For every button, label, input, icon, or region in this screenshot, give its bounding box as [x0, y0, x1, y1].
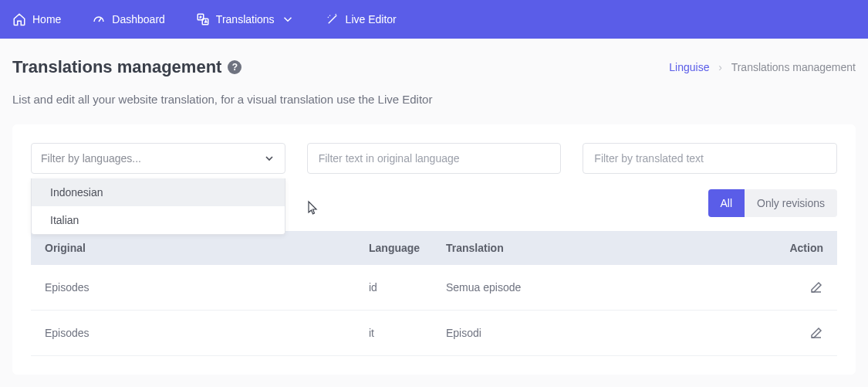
cell-action	[769, 280, 823, 294]
page-subtitle: List and edit all your website translati…	[12, 93, 856, 106]
translate-icon	[196, 12, 210, 26]
cell-language: id	[369, 281, 446, 294]
filters-row: Filter by languages...	[31, 143, 837, 174]
cell-original: Episodes	[45, 327, 369, 339]
table-header: Original Language Translation Action	[31, 231, 837, 265]
edit-icon[interactable]	[809, 326, 823, 340]
nav-dashboard-label: Dashboard	[112, 13, 165, 25]
translated-text-filter-input[interactable]	[583, 143, 837, 174]
dropdown-option-indonesian[interactable]: Indonesian	[32, 178, 285, 206]
page-title-text: Translations management	[12, 57, 221, 77]
filter-card: Filter by languages... Indonesian Italia…	[12, 124, 856, 375]
cell-translation: Episodi	[446, 327, 769, 339]
nav-translations[interactable]: Translations	[196, 12, 295, 26]
wand-icon	[326, 12, 339, 26]
breadcrumb-sep: ›	[718, 61, 722, 73]
help-icon[interactable]: ?	[228, 60, 241, 74]
header-original: Original	[45, 242, 369, 254]
chevron-down-icon	[281, 12, 295, 26]
nav-home[interactable]: Home	[12, 12, 61, 26]
edit-icon[interactable]	[809, 280, 823, 294]
breadcrumb-link[interactable]: Linguise	[669, 61, 709, 73]
original-text-filter-input[interactable]	[307, 143, 562, 174]
chevron-down-icon	[263, 152, 275, 165]
page-header: Translations management ? Linguise › Tra…	[12, 57, 856, 77]
breadcrumb: Linguise › Translations management	[669, 61, 856, 73]
table-row: Episodes it Episodi	[31, 311, 837, 356]
cell-action	[769, 326, 823, 340]
cell-language: it	[369, 327, 446, 339]
cell-translation: Semua episode	[446, 281, 769, 294]
nav-dashboard[interactable]: Dashboard	[92, 12, 165, 26]
toggle-revisions-button[interactable]: Only revisions	[745, 189, 837, 217]
language-filter-placeholder: Filter by languages...	[41, 152, 141, 165]
breadcrumb-current: Translations management	[731, 61, 856, 73]
nav-live-editor[interactable]: Live Editor	[326, 12, 397, 26]
cell-original: Episodes	[45, 281, 369, 294]
translations-table: Original Language Translation Action Epi…	[31, 231, 837, 356]
home-icon	[12, 12, 26, 26]
language-filter-select[interactable]: Filter by languages...	[31, 143, 285, 174]
header-translation: Translation	[446, 242, 769, 254]
gauge-icon	[92, 12, 106, 26]
nav-home-label: Home	[32, 13, 61, 25]
nav-translations-label: Translations	[216, 13, 275, 25]
toggle-all-button[interactable]: All	[708, 189, 745, 217]
page-title: Translations management ?	[12, 57, 241, 77]
view-toggle-group: All Only revisions	[708, 189, 837, 217]
dropdown-option-italian[interactable]: Italian	[32, 206, 285, 234]
header-language: Language	[369, 242, 446, 254]
language-dropdown: Indonesian Italian	[31, 178, 285, 235]
page-content: Translations management ? Linguise › Tra…	[0, 39, 868, 375]
header-action: Action	[769, 242, 823, 254]
nav-live-editor-label: Live Editor	[346, 13, 397, 25]
table-row: Episodes id Semua episode	[31, 265, 837, 311]
top-nav: Home Dashboard Translations Live Editor	[0, 0, 868, 39]
